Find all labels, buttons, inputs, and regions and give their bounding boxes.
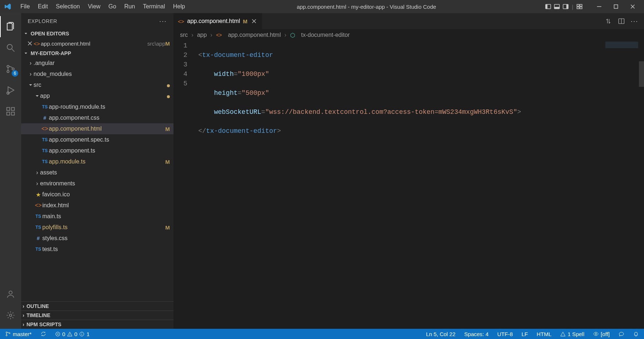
menu-file[interactable]: File (17, 1, 34, 12)
open-editors-section[interactable]: OPEN EDITORS (21, 29, 173, 38)
window-controls (591, 0, 641, 13)
explorer-more-icon[interactable]: ··· (159, 18, 167, 25)
project-section[interactable]: MY-EDITOR-APP (21, 49, 173, 58)
menu-go[interactable]: Go (105, 1, 120, 12)
svg-point-43 (595, 333, 597, 335)
layout-customize-icon[interactable] (575, 3, 583, 11)
code-content[interactable]: <tx-document-editor width="1000px" heigh… (197, 41, 644, 329)
window-close-button[interactable] (624, 0, 641, 13)
activity-search[interactable] (0, 37, 21, 58)
tab-mod-badge: M (243, 18, 248, 24)
minimap[interactable] (605, 42, 638, 48)
file-module[interactable]: TSapp.module.tsM (21, 156, 173, 167)
layout-panel-bottom-icon[interactable] (553, 3, 561, 11)
layout-panel-left-icon[interactable] (544, 3, 552, 11)
folder-assets[interactable]: ›assets (21, 167, 173, 178)
editor-tab[interactable]: <> app.component.html M (173, 13, 262, 29)
file-styles[interactable]: #styles.css (21, 233, 173, 244)
menu-run[interactable]: Run (121, 1, 138, 12)
layout-panel-right-icon[interactable] (562, 3, 570, 11)
status-cursor[interactable]: Ln 5, Col 22 (425, 329, 457, 339)
bc-src[interactable]: src (180, 32, 188, 38)
svg-line-15 (12, 49, 15, 52)
titlebar: File Edit Selection View Go Run Terminal… (0, 0, 644, 13)
file-favicon[interactable]: ★favicon.ico (21, 189, 173, 200)
activity-settings[interactable] (0, 305, 21, 326)
status-errors: 0 (62, 331, 65, 337)
status-feedback[interactable] (617, 329, 626, 339)
file-ts[interactable]: TSapp.component.ts (21, 145, 173, 156)
line-number: 3 (173, 60, 187, 69)
menu-selection[interactable]: Selection (52, 1, 83, 12)
file-label: app.component.spec.ts (49, 136, 170, 143)
status-problems[interactable]: 0 0 1 (54, 329, 91, 339)
file-spec[interactable]: TSapp.component.spec.ts (21, 134, 173, 145)
outline-label: OUTLINE (27, 303, 49, 309)
menu-help[interactable]: Help (169, 1, 189, 12)
status-branch[interactable]: master* (4, 329, 33, 339)
chevron-right-icon: › (34, 169, 40, 176)
folder-envs[interactable]: ›environments (21, 178, 173, 189)
svg-rect-20 (7, 108, 10, 111)
compare-changes-icon[interactable] (603, 16, 613, 26)
activity-extensions[interactable] (0, 101, 21, 122)
svg-rect-23 (11, 108, 14, 111)
status-eye[interactable]: [off] (592, 329, 611, 339)
svg-point-33 (6, 335, 7, 336)
folder-node-modules[interactable]: ›node_modules (21, 69, 173, 80)
file-test[interactable]: TStest.ts (21, 244, 173, 255)
bc-app[interactable]: app (197, 32, 207, 38)
outline-section[interactable]: › OUTLINE (21, 301, 173, 311)
open-editor-item[interactable]: <> app.component.html src\app M (21, 38, 173, 49)
file-index[interactable]: <>index.html (21, 200, 173, 211)
window-minimize-button[interactable] (591, 0, 608, 13)
editor-area: <> app.component.html M ··· src › app › … (173, 13, 644, 329)
menu-edit[interactable]: Edit (34, 1, 52, 12)
menu-view[interactable]: View (84, 1, 104, 12)
activity-scm[interactable]: 6 (0, 58, 21, 80)
activity-debug[interactable] (0, 80, 21, 101)
bc-symbol[interactable]: ⬡ tx-document-editor (290, 32, 350, 39)
folder-src[interactable]: src (21, 80, 173, 90)
status-language[interactable]: HTML (535, 329, 553, 339)
status-notifications[interactable] (632, 329, 640, 339)
folder-label: node_modules (34, 71, 170, 77)
status-spell[interactable]: 1 Spell (559, 329, 586, 339)
ts-file-icon: TS (41, 148, 49, 153)
npm-section[interactable]: › NPM SCRIPTS (21, 320, 173, 329)
status-eol[interactable]: LF (520, 329, 530, 339)
scrollbar-thumb[interactable] (639, 61, 644, 87)
file-main[interactable]: TSmain.ts (21, 211, 173, 222)
tok: tx-document-editor (206, 127, 277, 135)
bc-file[interactable]: <> app.component.html (216, 32, 281, 38)
tab-close-icon[interactable] (250, 19, 258, 24)
menu-bar: File Edit Selection View Go Run Terminal… (17, 1, 189, 12)
chevron-right-icon: › (34, 180, 40, 187)
window-maximize-button[interactable] (608, 0, 624, 13)
activity-explorer[interactable] (0, 16, 21, 37)
folder-angular[interactable]: ›.angular (21, 58, 173, 69)
menu-terminal[interactable]: Terminal (139, 1, 168, 12)
main-area: 6 EXPLORER ··· OPEN EDITORS <> (0, 13, 644, 329)
svg-rect-11 (614, 5, 618, 8)
split-editor-icon[interactable] (616, 16, 627, 26)
explorer-title: EXPLORER (28, 18, 57, 24)
status-encoding[interactable]: UTF-8 (496, 329, 515, 339)
status-sync[interactable] (39, 329, 48, 339)
file-routing[interactable]: TSapp-routing.module.ts (21, 101, 173, 112)
status-spaces[interactable]: Spaces: 4 (463, 329, 490, 339)
activity-accounts[interactable] (0, 284, 21, 305)
line-number: 5 (173, 79, 187, 88)
svg-rect-7 (580, 4, 582, 6)
close-editor-icon[interactable] (27, 41, 33, 46)
folder-app[interactable]: app (21, 90, 173, 101)
vscode-logo-icon (4, 3, 12, 10)
timeline-section[interactable]: › TIMELINE (21, 311, 173, 320)
editor-more-icon[interactable]: ··· (629, 16, 640, 26)
file-css[interactable]: #app.component.css (21, 112, 173, 123)
file-html[interactable]: <>app.component.htmlM (21, 123, 173, 134)
status-branch-label: master* (13, 331, 32, 337)
file-polyfills[interactable]: TSpolyfills.tsM (21, 222, 173, 233)
ts-file-icon: TS (34, 214, 42, 219)
code-editor[interactable]: 1 2 3 4 5 <tx-document-editor width="100… (173, 41, 644, 329)
